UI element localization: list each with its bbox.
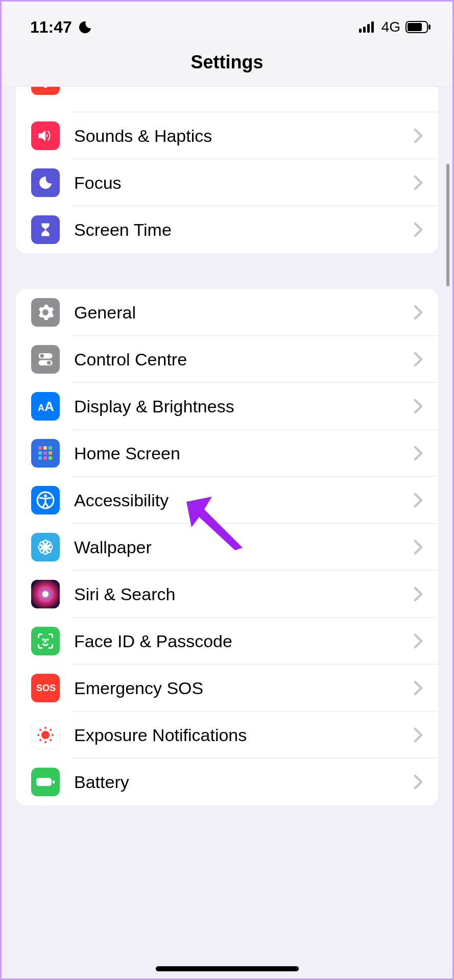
settings-group-notifications: Notifications Sounds & Haptics Focus bbox=[16, 87, 438, 253]
svg-rect-13 bbox=[38, 446, 42, 450]
svg-point-44 bbox=[50, 729, 52, 731]
cellular-signal-icon bbox=[359, 21, 376, 33]
chevron-right-icon bbox=[414, 633, 426, 649]
phone-frame: 11:47 4G bbox=[0, 0, 454, 980]
gear-icon bbox=[31, 298, 60, 327]
row-label: Exposure Notifications bbox=[74, 725, 414, 745]
hourglass-icon bbox=[31, 215, 60, 244]
home-indicator[interactable] bbox=[156, 966, 299, 971]
chevron-right-icon bbox=[414, 493, 426, 508]
svg-rect-5 bbox=[408, 23, 422, 31]
row-battery[interactable]: Battery bbox=[16, 758, 438, 805]
chevron-right-icon bbox=[414, 727, 426, 743]
row-label: Home Screen bbox=[74, 444, 414, 463]
chevron-right-icon bbox=[414, 352, 426, 367]
svg-point-46 bbox=[50, 739, 52, 741]
siri-icon bbox=[31, 580, 60, 608]
svg-rect-48 bbox=[53, 780, 55, 783]
chevron-right-icon bbox=[414, 222, 426, 237]
row-label: Battery bbox=[74, 772, 414, 792]
row-label: Siri & Search bbox=[74, 584, 414, 604]
svg-rect-15 bbox=[49, 446, 52, 450]
scrollbar-thumb[interactable] bbox=[446, 164, 449, 286]
faceid-icon bbox=[31, 627, 60, 655]
chevron-right-icon bbox=[414, 305, 426, 320]
accessibility-icon bbox=[31, 486, 60, 514]
row-face-id-passcode[interactable]: Face ID & Passcode bbox=[16, 618, 438, 665]
toggles-icon bbox=[31, 345, 60, 374]
sos-icon: SOS bbox=[31, 674, 60, 702]
svg-rect-16 bbox=[38, 451, 42, 455]
svg-rect-21 bbox=[49, 456, 52, 460]
svg-rect-19 bbox=[38, 456, 42, 460]
svg-point-39 bbox=[44, 727, 46, 729]
status-left: 11:47 bbox=[30, 18, 92, 37]
row-control-centre[interactable]: Control Centre bbox=[16, 336, 438, 383]
svg-rect-47 bbox=[36, 778, 52, 786]
row-accessibility[interactable]: Accessibility bbox=[16, 477, 438, 524]
svg-point-23 bbox=[44, 494, 47, 497]
dnd-moon-icon bbox=[78, 20, 92, 34]
row-wallpaper[interactable]: Wallpaper bbox=[16, 524, 438, 571]
row-notifications[interactable]: Notifications bbox=[16, 87, 438, 112]
row-home-screen[interactable]: Home Screen bbox=[16, 430, 438, 477]
svg-rect-20 bbox=[43, 456, 47, 460]
svg-point-45 bbox=[39, 739, 41, 741]
chevron-right-icon bbox=[414, 175, 426, 190]
chevron-right-icon bbox=[414, 540, 426, 555]
row-focus[interactable]: Focus bbox=[16, 159, 438, 206]
row-label: Wallpaper bbox=[74, 537, 414, 557]
status-bar: 11:47 4G bbox=[2, 2, 452, 45]
exposure-icon bbox=[31, 721, 60, 749]
speaker-icon bbox=[31, 121, 60, 150]
row-general[interactable]: General bbox=[16, 289, 438, 336]
battery-icon bbox=[31, 768, 60, 796]
svg-point-43 bbox=[39, 729, 41, 731]
svg-rect-18 bbox=[49, 451, 52, 455]
svg-text:A: A bbox=[38, 403, 44, 413]
chevron-right-icon bbox=[414, 680, 426, 696]
row-label: Notifications bbox=[74, 87, 414, 88]
row-label: General bbox=[74, 303, 414, 323]
svg-point-36 bbox=[47, 639, 49, 640]
svg-rect-6 bbox=[428, 24, 431, 30]
textsize-icon: A A bbox=[31, 392, 60, 421]
svg-point-41 bbox=[37, 734, 39, 736]
svg-rect-0 bbox=[359, 29, 362, 33]
row-label: Face ID & Passcode bbox=[74, 631, 414, 651]
chevron-right-icon bbox=[414, 586, 426, 602]
settings-list[interactable]: Notifications Sounds & Haptics Focus bbox=[2, 87, 452, 826]
settings-group-general: General Control Centre bbox=[16, 289, 438, 805]
svg-rect-14 bbox=[43, 446, 47, 450]
svg-point-34 bbox=[42, 591, 49, 597]
row-siri-search[interactable]: Siri & Search bbox=[16, 571, 438, 618]
svg-text:SOS: SOS bbox=[36, 683, 56, 693]
row-sounds-haptics[interactable]: Sounds & Haptics bbox=[16, 112, 438, 159]
svg-point-10 bbox=[47, 361, 51, 365]
appgrid-icon bbox=[31, 439, 60, 468]
svg-text:A: A bbox=[44, 399, 54, 414]
svg-point-40 bbox=[44, 741, 46, 743]
row-label: Control Centre bbox=[74, 350, 414, 370]
row-screen-time[interactable]: Screen Time bbox=[16, 206, 438, 253]
row-label: Focus bbox=[74, 173, 414, 193]
svg-rect-2 bbox=[367, 24, 370, 33]
chevron-right-icon bbox=[414, 128, 426, 143]
bell-icon bbox=[31, 87, 60, 95]
row-exposure-notifications[interactable]: Exposure Notifications bbox=[16, 712, 438, 758]
svg-rect-1 bbox=[363, 27, 366, 33]
chevron-right-icon bbox=[414, 399, 426, 414]
svg-rect-3 bbox=[371, 21, 374, 33]
svg-rect-17 bbox=[43, 451, 47, 455]
row-label: Sounds & Haptics bbox=[74, 126, 414, 146]
network-type: 4G bbox=[381, 19, 400, 35]
row-display-brightness[interactable]: A A Display & Brightness bbox=[16, 383, 438, 430]
page-title: Settings bbox=[2, 45, 452, 87]
battery-icon bbox=[405, 21, 431, 33]
row-label: Emergency SOS bbox=[74, 678, 414, 698]
svg-point-35 bbox=[43, 639, 44, 640]
flower-icon bbox=[31, 533, 60, 561]
row-emergency-sos[interactable]: SOS Emergency SOS bbox=[16, 665, 438, 712]
status-time: 11:47 bbox=[30, 18, 72, 37]
row-label: Screen Time bbox=[74, 220, 414, 240]
